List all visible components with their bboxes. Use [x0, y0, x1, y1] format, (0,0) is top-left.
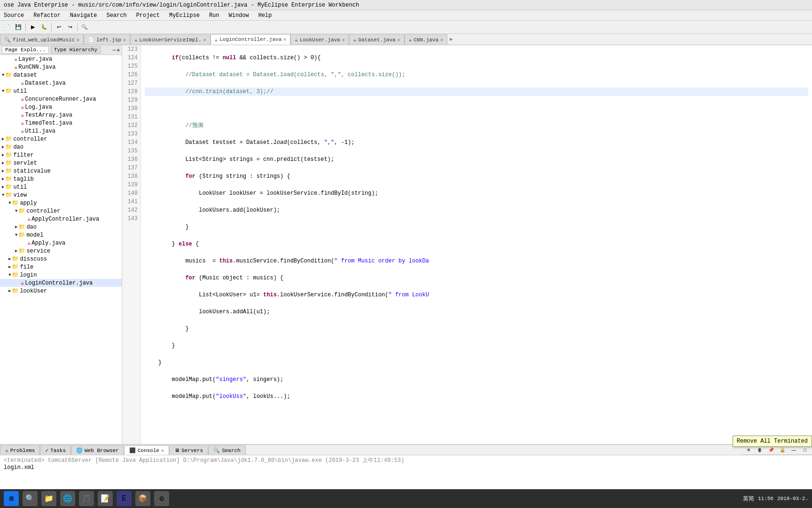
- tree-view-folder[interactable]: ▼ 📁 view: [0, 191, 122, 199]
- tab-close-2[interactable]: ✕: [203, 37, 206, 43]
- menu-search[interactable]: Search: [104, 11, 128, 20]
- tab-left-jsp[interactable]: 📄 left.jsp ✕: [84, 34, 130, 45]
- search-btn[interactable]: 🔍: [79, 22, 90, 32]
- tree-controller-folder[interactable]: ▶ 📁 controller: [0, 135, 122, 143]
- menu-myeclipse[interactable]: MyEclipse: [167, 11, 202, 20]
- menu-source[interactable]: Source: [2, 11, 26, 20]
- tab-close-5[interactable]: ✕: [398, 37, 400, 43]
- tree-runcnn-java[interactable]: ☕ RunCNN.java: [0, 63, 122, 71]
- taskbar-right: 英简 11:56 2019-03-2.: [743, 495, 808, 503]
- tree-layer-java[interactable]: ☕ Layer.java: [0, 55, 122, 63]
- code-editor: 123 124 125 126 127 128 129 130 131 132 …: [122, 45, 812, 444]
- debug-btn[interactable]: 🐛: [39, 22, 49, 32]
- menu-help[interactable]: Help: [257, 11, 274, 20]
- tree-timedtest[interactable]: ☕ TimedTest.java: [0, 119, 122, 127]
- undo-btn[interactable]: ↩: [54, 22, 64, 32]
- new-btn[interactable]: 📄: [2, 22, 12, 32]
- tab-find-web[interactable]: 🔍 find_web_uploadMusic ✕: [0, 34, 84, 45]
- bottom-tab-webbrowser[interactable]: 🌐 Web Browser: [71, 445, 124, 455]
- tree-util-folder[interactable]: ▼ 📁 util: [0, 87, 122, 95]
- bottom-tab-search[interactable]: 🔍 Search: [208, 445, 246, 455]
- tree-apply-dao-folder[interactable]: ▶ 📁 dao: [0, 223, 122, 231]
- menu-run[interactable]: Run: [207, 11, 221, 20]
- tree-dataset-folder[interactable]: ▼ 📁 dataset: [0, 71, 122, 79]
- sidebar-close[interactable]: ✕: [117, 47, 120, 53]
- sidebar-tab-explorer[interactable]: Page Explo...: [2, 46, 49, 54]
- bottom-tab-problems[interactable]: ⚠ Problems: [0, 445, 40, 455]
- tab-cnn[interactable]: ☕ CNN.java ✕: [405, 34, 447, 45]
- taskbar-notepad[interactable]: 📝: [98, 491, 113, 506]
- bottom-tab-servers[interactable]: 🖥 Servers: [169, 445, 208, 455]
- tree-login-controller-java[interactable]: ☕ LoginController.java: [0, 279, 122, 287]
- main-layout: Page Explo... Type Hierarchy — ✕ ☕ Layer…: [0, 45, 812, 500]
- taskbar-ime: 英简: [743, 495, 754, 503]
- tree-testarray[interactable]: ☕ TestArray.java: [0, 111, 122, 119]
- tab-login-controller[interactable]: ☕ LoginController.java ✕: [211, 34, 291, 45]
- more-tabs[interactable]: »: [447, 37, 454, 42]
- taskbar-settings[interactable]: ⚙: [154, 491, 169, 506]
- tree-dao-folder[interactable]: ▶ 📁 dao: [0, 143, 122, 151]
- tree-concurrence[interactable]: ☕ ConcurenceRunner.java: [0, 95, 122, 103]
- tree-apply-java[interactable]: ☕ Apply.java: [0, 239, 122, 247]
- tabs-bar: 🔍 find_web_uploadMusic ✕ 📄 left.jsp ✕ ☕ …: [0, 34, 812, 45]
- sidebar-minimize[interactable]: —: [113, 47, 116, 53]
- sidebar-tab-hierarchy[interactable]: Type Hierarchy: [51, 46, 101, 54]
- tree-filter-folder[interactable]: ▶ 📁 filter: [0, 151, 122, 159]
- taskbar-music[interactable]: 🎵: [79, 491, 94, 506]
- taskbar-browser[interactable]: 🌐: [60, 491, 75, 506]
- tree-apply-controller-folder[interactable]: ▼ 📁 controller: [0, 207, 122, 215]
- tree-apply-folder[interactable]: ▼ 📁 apply: [0, 199, 122, 207]
- tree-taglib-folder[interactable]: ▶ 📁 taglib: [0, 175, 122, 183]
- tree-lookuser-folder[interactable]: ▶ 📁 lookUser: [0, 287, 122, 295]
- tree-apply-controller-java[interactable]: ☕ ApplyController.java: [0, 215, 122, 223]
- taskbar-search[interactable]: 🔍: [23, 491, 38, 506]
- tab-close-0[interactable]: ✕: [77, 37, 79, 43]
- console-icon: ⬛: [129, 447, 136, 453]
- tree-apply-model-folder[interactable]: ▼ 📁 model: [0, 231, 122, 239]
- bottom-tab-tasks[interactable]: ✓ Tasks: [40, 445, 71, 455]
- tree-util2-folder[interactable]: ▶ 📁 util: [0, 183, 122, 191]
- tab-close-3[interactable]: ✕: [283, 37, 286, 42]
- servers-icon: 🖥: [174, 447, 180, 453]
- tab-icon: 🔍: [4, 37, 11, 43]
- menu-refactor[interactable]: Refactor: [31, 11, 62, 20]
- tree-file-folder[interactable]: ▶ 📁 file: [0, 263, 122, 271]
- redo-btn[interactable]: ↪: [65, 22, 75, 32]
- tree-disscuss-folder[interactable]: ▶ 📁 disscuss: [0, 255, 122, 263]
- tree-login-folder[interactable]: ▼ 📁 login: [0, 271, 122, 279]
- tree-apply-service-folder[interactable]: ▶ 📁 service: [0, 247, 122, 255]
- tree-log[interactable]: ☕ Log.java: [0, 103, 122, 111]
- tree-servlet-folder[interactable]: ▶ 📁 servlet: [0, 159, 122, 167]
- search-icon: 🔍: [213, 447, 220, 453]
- tab-dataset[interactable]: ☕ Dataset.java ✕: [349, 34, 405, 45]
- bottom-tab-console[interactable]: ⬛ Console ✕: [124, 445, 169, 455]
- sidebar: Page Explo... Type Hierarchy — ✕ ☕ Layer…: [0, 45, 122, 444]
- menu-navigate[interactable]: Navigate: [68, 11, 99, 20]
- taskbar-eclipse[interactable]: E: [117, 491, 132, 506]
- menu-project[interactable]: Project: [134, 11, 162, 20]
- code-lines[interactable]: if(collects != null && collects.size() >…: [141, 45, 812, 444]
- tab-icon: ☕: [215, 37, 218, 43]
- tab-lookuser-service[interactable]: ☕ LookUserServiceImpl. ✕: [130, 34, 211, 45]
- tab-close-6[interactable]: ✕: [440, 37, 443, 43]
- save-btn[interactable]: 💾: [13, 22, 23, 32]
- problems-icon: ⚠: [5, 447, 8, 453]
- menu-window[interactable]: Window: [227, 11, 251, 20]
- taskbar-file-explorer[interactable]: 📁: [41, 491, 56, 506]
- taskbar: ⊞ 🔍 📁 🌐 🎵 📝 E 📦 ⚙ 英简 11:56 2019-03-2.: [0, 489, 812, 508]
- tree-dataset-java[interactable]: ☕ Dataset.java: [0, 79, 122, 87]
- tasks-icon: ✓: [45, 447, 48, 453]
- tab-icon: ☕: [409, 37, 412, 43]
- console-tab-close[interactable]: ✕: [161, 448, 164, 453]
- console-output: login.xml: [4, 464, 808, 471]
- tab-close-4[interactable]: ✕: [342, 37, 345, 43]
- run-btn[interactable]: ▶: [28, 22, 38, 32]
- tab-lookuser[interactable]: ☕ LookUser.java ✕: [290, 34, 349, 45]
- tab-close-1[interactable]: ✕: [123, 37, 126, 43]
- tree-util-java[interactable]: ☕ Util.java: [0, 127, 122, 135]
- taskbar-package[interactable]: 📦: [135, 491, 150, 506]
- taskbar-date: 2019-03-2.: [777, 496, 808, 501]
- start-button[interactable]: ⊞: [4, 491, 19, 506]
- tree-staticvalue-folder[interactable]: ▶ 📁 staticvalue: [0, 167, 122, 175]
- title-bar: ose Java Enterprise - music/src/com/info…: [0, 0, 812, 10]
